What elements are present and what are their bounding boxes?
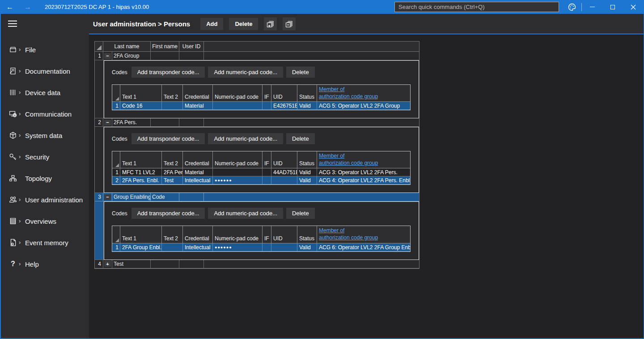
col-status[interactable]: Status xyxy=(297,85,317,102)
collapse-row-button[interactable]: − xyxy=(104,53,111,59)
person-row-3[interactable]: 3 − Group Enabling Code xyxy=(95,193,419,201)
col-user-id[interactable]: User ID xyxy=(179,42,204,52)
text2-cell[interactable]: Test xyxy=(162,176,183,184)
delete-code-button[interactable]: Delete xyxy=(286,208,315,219)
uid-cell[interactable]: 44AD751B xyxy=(271,168,297,176)
col-text2[interactable]: Text 2 xyxy=(162,226,183,243)
member-cell[interactable]: ACG 6: Operator LVL2 2FA Group Enbl. xyxy=(317,243,410,251)
col-numpad[interactable]: Numeric-pad code xyxy=(213,85,263,102)
collapse-row-button[interactable]: − xyxy=(104,120,111,126)
last-name-cell[interactable]: Test xyxy=(112,260,151,268)
add-numeric-pad-code-button[interactable]: Add numeric-pad code... xyxy=(208,67,283,78)
last-name-cell[interactable]: Group Enabling xyxy=(112,193,151,201)
numpad-cell[interactable]: ●●●●●● xyxy=(213,243,263,251)
member-of-acg-link[interactable]: Member ofauthorization code group xyxy=(319,227,378,241)
member-of-acg-link[interactable]: Member ofauthorization code group xyxy=(319,86,378,100)
text2-cell[interactable] xyxy=(162,243,183,251)
numpad-cell[interactable]: ●●●●●● xyxy=(213,176,263,184)
col-uid[interactable]: UID xyxy=(271,151,297,168)
sidebar-item-communication[interactable]: › Communication xyxy=(1,103,89,125)
credential-cell[interactable]: Intellectual xyxy=(183,176,213,184)
credential-cell[interactable]: Material xyxy=(183,168,213,176)
first-name-cell[interactable]: Code xyxy=(151,193,179,201)
col-credential[interactable]: Credential xyxy=(183,226,213,243)
row-number[interactable]: 3 xyxy=(95,193,103,201)
close-button[interactable] xyxy=(623,0,644,14)
last-name-cell[interactable]: 2FA Group xyxy=(112,52,151,60)
user-id-cell[interactable] xyxy=(179,52,204,60)
add-transponder-code-button[interactable]: Add transponder code... xyxy=(131,133,205,144)
person-row-1[interactable]: 1 − 2FA Group xyxy=(95,52,419,60)
col-status[interactable]: Status xyxy=(297,151,317,168)
col-if[interactable]: IF xyxy=(263,226,271,243)
delete-code-button[interactable]: Delete xyxy=(286,133,315,144)
search-input[interactable] xyxy=(394,2,559,12)
col-numpad[interactable]: Numeric-pad code xyxy=(213,151,263,168)
delete-code-button[interactable]: Delete xyxy=(286,67,315,78)
expand-row-button[interactable]: + xyxy=(104,261,111,267)
last-name-cell[interactable]: 2FA Pers. xyxy=(112,118,151,127)
credential-cell[interactable]: Intellectual xyxy=(183,243,213,251)
numpad-cell[interactable] xyxy=(213,168,263,176)
col-credential[interactable]: Credential xyxy=(183,85,213,102)
uid-cell[interactable] xyxy=(271,176,297,184)
sidebar-item-overviews[interactable]: › Overviews xyxy=(1,210,89,232)
collapse-row-button[interactable]: − xyxy=(104,194,111,200)
text1-cell[interactable]: 2FA Pers. Enbl. xyxy=(120,176,162,184)
select-all-corner-icon[interactable] xyxy=(112,151,120,168)
col-status[interactable]: Status xyxy=(297,226,317,243)
first-name-cell[interactable] xyxy=(151,118,179,127)
person-row-4[interactable]: 4 + Test xyxy=(95,260,419,268)
col-uid[interactable]: UID xyxy=(271,226,297,243)
add-transponder-code-button[interactable]: Add transponder code... xyxy=(131,208,205,219)
add-transponder-code-button[interactable]: Add transponder code... xyxy=(131,67,205,78)
add-numeric-pad-code-button[interactable]: Add numeric-pad code... xyxy=(208,208,283,219)
sidebar-item-file[interactable]: › File xyxy=(1,39,89,60)
text1-cell[interactable]: Code 16 xyxy=(120,102,162,110)
col-text2[interactable]: Text 2 xyxy=(162,151,183,168)
status-cell[interactable]: Valid xyxy=(297,168,317,176)
status-cell[interactable]: Valid xyxy=(297,176,317,184)
if-cell[interactable] xyxy=(263,243,271,251)
sidebar-item-security[interactable]: › Security xyxy=(1,146,89,167)
expand-all-button[interactable] xyxy=(264,17,277,30)
select-all-corner-icon[interactable] xyxy=(112,85,120,102)
sidebar-item-event-memory[interactable]: › Event memory xyxy=(1,232,89,253)
col-text1[interactable]: Text 1 xyxy=(120,151,162,168)
add-numeric-pad-code-button[interactable]: Add numeric-pad code... xyxy=(208,133,283,144)
select-all-corner-icon[interactable] xyxy=(95,42,103,52)
palette-icon[interactable] xyxy=(563,0,581,14)
uid-cell[interactable] xyxy=(271,243,297,251)
col-if[interactable]: IF xyxy=(263,85,271,102)
delete-button[interactable]: Delete xyxy=(229,18,258,30)
minimize-button[interactable] xyxy=(582,0,602,14)
first-name-cell[interactable] xyxy=(151,260,179,268)
text2-cell[interactable]: 2FA Pers. xyxy=(162,168,183,176)
credential-cell[interactable]: Material xyxy=(183,102,213,110)
col-uid[interactable]: UID xyxy=(271,85,297,102)
col-credential[interactable]: Credential xyxy=(183,151,213,168)
sidebar-item-documentation[interactable]: › Documentation xyxy=(1,60,89,82)
add-button[interactable]: Add xyxy=(200,18,223,30)
user-id-cell[interactable] xyxy=(179,118,204,127)
back-arrow-icon[interactable]: ← xyxy=(1,3,19,11)
col-text1[interactable]: Text 1 xyxy=(120,226,162,243)
sidebar-item-user-administration[interactable]: › User administration xyxy=(1,189,89,210)
if-cell[interactable] xyxy=(263,168,271,176)
sidebar-item-topology[interactable]: › Topology xyxy=(1,167,89,189)
select-all-corner-icon[interactable] xyxy=(112,226,120,243)
user-id-cell[interactable] xyxy=(179,193,204,201)
col-text1[interactable]: Text 1 xyxy=(120,85,162,102)
col-if[interactable]: IF xyxy=(263,151,271,168)
row-number[interactable]: 1 xyxy=(95,52,103,60)
status-cell[interactable]: Valid xyxy=(297,243,317,251)
col-last-name[interactable]: Last name xyxy=(103,42,151,52)
hamburger-icon[interactable] xyxy=(8,21,17,27)
member-cell[interactable]: ACG 5: Operator LVL2 2FA Group xyxy=(317,102,410,110)
text2-cell[interactable] xyxy=(162,102,183,110)
first-name-cell[interactable] xyxy=(151,52,179,60)
if-cell[interactable] xyxy=(263,102,271,110)
row-number[interactable]: 2 xyxy=(95,118,103,127)
person-row-2[interactable]: 2 − 2FA Pers. xyxy=(95,118,419,127)
member-cell[interactable]: ACG 4: Operator LVL2 2FA Pers. Enbl. xyxy=(317,176,410,184)
